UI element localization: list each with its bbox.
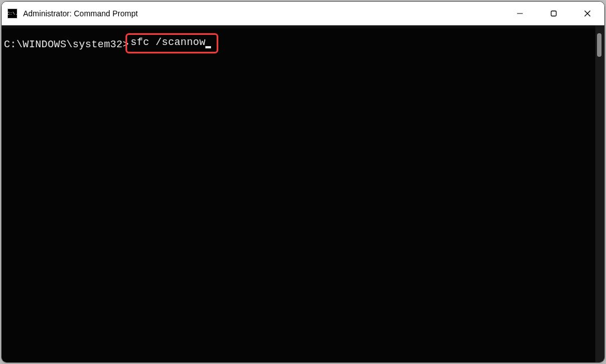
terminal[interactable]: C:\WINDOWS\system32>sfc /scannow: [2, 25, 595, 362]
titlebar[interactable]: C:\. Administrator: Command Prompt: [2, 2, 604, 25]
cmd-icon-text: C:\.: [7, 11, 17, 16]
maximize-button[interactable]: [537, 2, 571, 25]
svg-rect-1: [551, 11, 556, 16]
maximize-icon: [550, 10, 557, 17]
command-highlight-box: sfc /scannow: [125, 33, 218, 53]
close-button[interactable]: [571, 2, 604, 25]
window-controls: [503, 2, 604, 25]
close-icon: [584, 10, 591, 17]
terminal-area: C:\WINDOWS\system32>sfc /scannow: [2, 25, 604, 362]
window-title: Administrator: Command Prompt: [23, 9, 503, 18]
text-cursor: [205, 46, 211, 48]
command-prompt-window: C:\. Administrator: Command Prompt: [1, 1, 605, 363]
vertical-scrollbar[interactable]: [595, 25, 604, 362]
prompt-path: C:\WINDOWS\system32>: [4, 39, 129, 50]
scrollbar-thumb[interactable]: [597, 33, 601, 57]
minimize-button[interactable]: [503, 2, 537, 25]
minimize-icon: [517, 10, 523, 17]
command-text: sfc /scannow: [131, 37, 205, 48]
cmd-icon: C:\.: [7, 8, 17, 19]
